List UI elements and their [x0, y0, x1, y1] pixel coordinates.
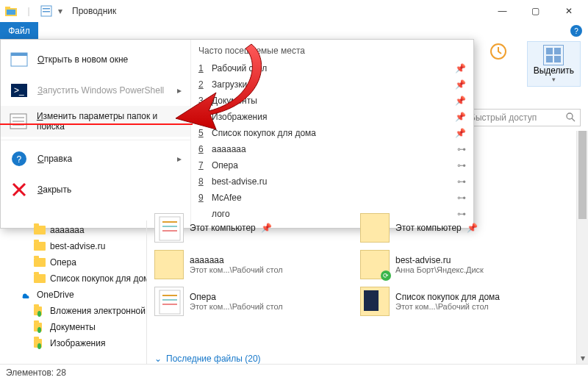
- svg-rect-28: [162, 304, 177, 305]
- pin-icon[interactable]: 📌: [455, 79, 466, 90]
- mru-label: Изображения: [212, 112, 267, 122]
- mru-item[interactable]: 9 McAfee ⊶: [198, 190, 466, 206]
- file-thumbnail: [360, 287, 390, 316]
- menu-item-label: Справка: [37, 154, 72, 164]
- mru-number: 9: [198, 193, 209, 203]
- svg-rect-22: [162, 221, 177, 223]
- file-name: aaaaaaa: [190, 255, 283, 265]
- tree-item[interactable]: Список покупок для дома: [0, 270, 146, 287]
- svg-text:>_: >_: [14, 85, 24, 96]
- file-thumbnail: [360, 213, 390, 243]
- menu-close[interactable]: Закрыть: [1, 174, 190, 205]
- file-item[interactable]: Этот компьютер 📌: [154, 213, 331, 243]
- tree-item[interactable]: aaaaaaa: [0, 222, 146, 238]
- minimize-button[interactable]: ―: [486, 1, 519, 21]
- mru-number: 4: [198, 112, 209, 122]
- tree-item-label: Документы: [50, 322, 96, 332]
- folder-icon: [34, 224, 46, 236]
- mru-item[interactable]: 8 best-advise.ru ⊶: [198, 173, 466, 190]
- options-icon: [10, 112, 28, 131]
- status-item-count: Элементов: 28: [6, 368, 66, 378]
- mru-label: best-advise.ru: [212, 176, 267, 187]
- file-item[interactable]: Список покупок для дома Этот ком...\Рабо…: [360, 287, 537, 316]
- pin-icon[interactable]: 📌: [455, 128, 466, 138]
- tree-item-label: Опера: [50, 257, 76, 268]
- close-x-icon: [10, 180, 29, 199]
- close-button[interactable]: ✕: [552, 1, 585, 21]
- ribbon-select-button[interactable]: Выделить ▾: [527, 41, 581, 87]
- tree-item-label: Вложения электронной: [50, 306, 146, 316]
- tree-item-label: aaaaaaa: [50, 225, 85, 235]
- tree-item[interactable]: Изображения: [0, 335, 146, 351]
- folder-icon: [34, 337, 46, 349]
- mru-item[interactable]: 2 Загрузки 📌: [198, 76, 466, 93]
- file-tab[interactable]: Файл: [0, 22, 38, 39]
- chevron-down-icon: ⌄: [154, 354, 162, 364]
- file-name: Этот компьютер 📌: [190, 223, 272, 233]
- pin-icon[interactable]: 📌: [455, 96, 466, 106]
- tree-item[interactable]: Документы: [0, 319, 146, 335]
- mru-item[interactable]: 1 Рабочий стол 📌: [198, 60, 466, 76]
- help-icon[interactable]: ?: [570, 25, 582, 37]
- tree-item[interactable]: Вложения электронной: [0, 303, 146, 319]
- content-area: Этот компьютер 📌 Этот компьютер 📌 aaaaaa…: [154, 213, 582, 364]
- mru-number: 7: [198, 160, 209, 171]
- search-icon: [565, 112, 576, 124]
- mru-item[interactable]: 7 Опера ⊶: [198, 157, 466, 173]
- ribbon-history-button[interactable]: [483, 41, 514, 62]
- pin-icon[interactable]: ⊶: [457, 176, 466, 187]
- folder-icon: [34, 321, 46, 333]
- mru-item[interactable]: 3 Документы 📌: [198, 93, 466, 109]
- mru-item[interactable]: 6 aaaaaaa ⊶: [198, 141, 466, 157]
- mru-number: 5: [198, 128, 209, 138]
- vertical-scrollbar[interactable]: ▴ ▾: [576, 131, 588, 364]
- tree-item-label: best-advise.ru: [50, 241, 105, 251]
- svg-rect-1: [5, 7, 10, 9]
- file-name: Список покупок для дома: [395, 292, 500, 302]
- tree-item[interactable]: Опера: [0, 254, 146, 270]
- mru-header: Часто посещаемые места: [198, 46, 466, 56]
- menu-powershell[interactable]: >_ Запустить Windows PowerShell ▸: [1, 75, 190, 106]
- pin-icon: 📌: [261, 223, 272, 233]
- svg-line-8: [572, 118, 575, 121]
- file-thumbnail: [154, 287, 184, 316]
- tree-item[interactable]: best-advise.ru: [0, 238, 146, 254]
- menu-open-new-window[interactable]: Открыть в новом окне: [1, 44, 190, 75]
- file-location: Анна Борт\Яндекс.Диск: [395, 265, 484, 274]
- tree-item[interactable]: OneDrive: [0, 287, 146, 303]
- file-item[interactable]: Этот компьютер 📌: [360, 213, 537, 243]
- scroll-down-icon[interactable]: ▾: [577, 352, 588, 364]
- folder-icon: [34, 273, 46, 284]
- nav-tree[interactable]: aaaaaaa best-advise.ru Опера Список поку…: [0, 221, 147, 364]
- file-item[interactable]: Опера Этот ком...\Рабочий стол: [154, 287, 331, 316]
- svg-rect-27: [162, 299, 177, 301]
- svg-rect-2: [7, 10, 15, 15]
- pin-icon[interactable]: ⊶: [457, 160, 466, 171]
- pin-icon[interactable]: ⊶: [457, 193, 466, 203]
- mru-item[interactable]: 4 Изображения 📌: [198, 109, 466, 125]
- tree-item-label: Изображения: [50, 338, 105, 348]
- svg-rect-24: [162, 230, 177, 232]
- file-item[interactable]: ⟳ best-advise.ru Анна Борт\Яндекс.Диск: [360, 250, 537, 279]
- svg-point-7: [567, 113, 573, 119]
- file-menu: Открыть в новом окне >_ Запустить Window…: [0, 39, 474, 229]
- menu-folder-options[interactable]: Изменить параметры папок и поиска: [1, 106, 190, 137]
- mru-number: 3: [198, 96, 209, 106]
- pin-icon[interactable]: ⊶: [457, 144, 466, 154]
- file-item[interactable]: aaaaaaa Этот ком...\Рабочий стол: [154, 250, 331, 279]
- svg-rect-4: [43, 8, 50, 10]
- file-name: Опера: [190, 292, 283, 302]
- qat-dropdown-icon[interactable]: ▾: [56, 3, 65, 19]
- pin-icon[interactable]: 📌: [455, 112, 466, 122]
- menu-help[interactable]: ? Справка ▸: [1, 143, 190, 174]
- svg-rect-23: [162, 226, 177, 227]
- qat-sep: |: [21, 3, 37, 19]
- search-input[interactable]: Быстрый доступ: [465, 109, 581, 126]
- recent-files-header[interactable]: ⌄Последние файлы (20): [154, 353, 261, 364]
- pin-icon[interactable]: 📌: [455, 63, 466, 74]
- scroll-thumb[interactable]: [578, 131, 587, 219]
- maximize-button[interactable]: ▢: [519, 1, 552, 21]
- qat-properties-icon[interactable]: [38, 3, 54, 19]
- file-thumbnail: [154, 250, 184, 279]
- mru-item[interactable]: 5 Список покупок для дома 📌: [198, 125, 466, 141]
